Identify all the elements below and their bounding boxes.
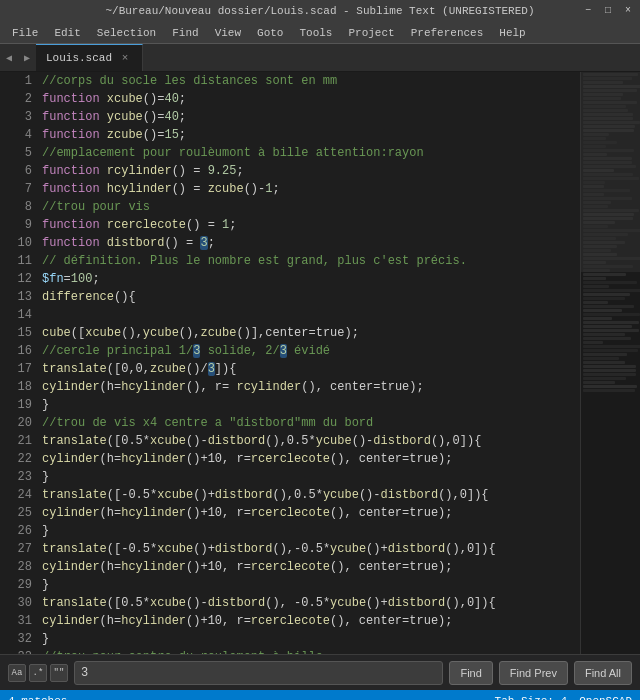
text-token: ()- <box>186 434 208 448</box>
text-token: (), <box>121 326 143 340</box>
menu-item-edit[interactable]: Edit <box>46 22 88 44</box>
minimize-button[interactable]: − <box>581 4 595 18</box>
status-tab-size[interactable]: Tab Size: 4 <box>495 695 568 700</box>
text-token: ; <box>229 218 236 232</box>
function-token: ycube <box>107 110 143 124</box>
code-line-5: //emplacement pour roulèumont à bille at… <box>42 144 576 162</box>
menu-item-help[interactable]: Help <box>491 22 533 44</box>
find-prev-button[interactable]: Find Prev <box>499 661 568 685</box>
function-token: rcerclecote <box>251 560 330 574</box>
text-token: (), center=true); <box>301 380 423 394</box>
code-area[interactable]: //corps du socle les distances sont en m… <box>38 72 580 654</box>
close-button[interactable]: × <box>621 4 635 18</box>
menu-item-project[interactable]: Project <box>340 22 402 44</box>
code-line-2: function xcube()=40; <box>42 90 576 108</box>
highlight-token: 3 <box>200 236 207 250</box>
line-num-30: 30 <box>0 594 32 612</box>
function-token: distbord <box>208 434 266 448</box>
line-num-28: 28 <box>0 558 32 576</box>
code-line-10: function distbord() = 3; <box>42 234 576 252</box>
function-token: ycube <box>330 542 366 556</box>
tab-label: Louis.scad <box>46 52 112 64</box>
find-case-button[interactable]: Aa <box>8 664 26 682</box>
line-num-27: 27 <box>0 540 32 558</box>
line-numbers: 1234567891011121314151617181920212223242… <box>0 72 38 654</box>
comment-token: //cercle principal 1/ <box>42 344 193 358</box>
text-token: ([0,0, <box>107 362 150 376</box>
menu-item-find[interactable]: Find <box>164 22 206 44</box>
line-num-22: 22 <box>0 450 32 468</box>
comment-token: //trou pour vis <box>42 200 150 214</box>
line-num-16: 16 <box>0 342 32 360</box>
find-regex-button[interactable]: .* <box>29 664 47 682</box>
function-token: distbord <box>388 542 446 556</box>
code-line-21: translate([0.5*xcube()-distbord(),0.5*yc… <box>42 432 576 450</box>
function-token: xcube <box>85 326 121 340</box>
function-token: ycube <box>143 326 179 340</box>
menu-item-goto[interactable]: Goto <box>249 22 291 44</box>
code-line-11: // définition. Plus le nombre est grand,… <box>42 252 576 270</box>
tab-louis-scad[interactable]: Louis.scad × <box>36 44 143 71</box>
line-num-7: 7 <box>0 180 32 198</box>
function-token: xcube <box>157 542 193 556</box>
text-token: (h= <box>100 380 122 394</box>
tab-close-button[interactable]: × <box>118 51 132 65</box>
find-button[interactable]: Find <box>449 661 492 685</box>
number-token: 9.25 <box>208 164 237 178</box>
function-token: distbord <box>107 236 165 250</box>
function-token: translate <box>42 362 107 376</box>
text-token: ()= <box>143 128 165 142</box>
function-token: cylinder <box>42 380 100 394</box>
function-token: hcylinder <box>107 182 172 196</box>
highlight-token: 3 <box>280 344 287 358</box>
comment-token: // définition. Plus le nombre est grand,… <box>42 254 467 268</box>
text-token: ()+10, r= <box>186 506 251 520</box>
menu-item-preferences[interactable]: Preferences <box>403 22 492 44</box>
function-token: rcerclecote <box>107 218 186 232</box>
find-whole-button[interactable]: "" <box>50 664 68 682</box>
function-token: hcylinder <box>121 614 186 628</box>
titlebar: ~/Bureau/Nouveau dossier/Louis.scad - Su… <box>0 0 640 22</box>
text-token: (h= <box>100 560 122 574</box>
function-token: zcube <box>150 362 186 376</box>
text-token: (), r= <box>186 380 236 394</box>
line-num-20: 20 <box>0 414 32 432</box>
code-line-18: cylinder(h=hcylinder(), r= rcylinder(), … <box>42 378 576 396</box>
text-token: () = <box>164 236 200 250</box>
keyword-token: function <box>42 92 107 106</box>
find-input[interactable] <box>81 666 436 680</box>
find-all-button[interactable]: Find All <box>574 661 632 685</box>
menu-item-file[interactable]: File <box>4 22 46 44</box>
text-token: (),0]){ <box>431 434 481 448</box>
menu-item-view[interactable]: View <box>207 22 249 44</box>
number-token: 40 <box>164 110 178 124</box>
function-token: cylinder <box>42 452 100 466</box>
text-token: ()- <box>352 434 374 448</box>
maximize-button[interactable]: □ <box>601 4 615 18</box>
menu-item-tools[interactable]: Tools <box>291 22 340 44</box>
keyword-token: function <box>42 218 107 232</box>
status-left: 4 matches <box>8 695 67 700</box>
code-line-33: //trou pour centre du roulement à bille <box>42 648 576 654</box>
tabbar: ◀ ▶ Louis.scad × <box>0 44 640 72</box>
function-token: rcerclecote <box>251 506 330 520</box>
text-token: ()= <box>143 92 165 106</box>
line-num-32: 32 <box>0 630 32 648</box>
text-token: (), <box>179 326 201 340</box>
tab-scroll-right[interactable]: ▶ <box>18 44 36 71</box>
function-token: distbord <box>215 542 273 556</box>
code-line-30: translate([0.5*xcube()-distbord(), -0.5*… <box>42 594 576 612</box>
line-num-24: 24 <box>0 486 32 504</box>
tab-scroll-left[interactable]: ◀ <box>0 44 18 71</box>
menu-item-selection[interactable]: Selection <box>89 22 164 44</box>
text-token: } <box>42 398 49 412</box>
line-num-13: 13 <box>0 288 32 306</box>
status-syntax[interactable]: OpenSCAD <box>579 695 632 700</box>
keyword-token: function <box>42 164 107 178</box>
text-token: ()- <box>244 182 266 196</box>
code-line-3: function ycube()=40; <box>42 108 576 126</box>
line-num-6: 6 <box>0 162 32 180</box>
function-token: translate <box>42 488 107 502</box>
text-token: ; <box>272 182 279 196</box>
minimap <box>580 72 640 654</box>
